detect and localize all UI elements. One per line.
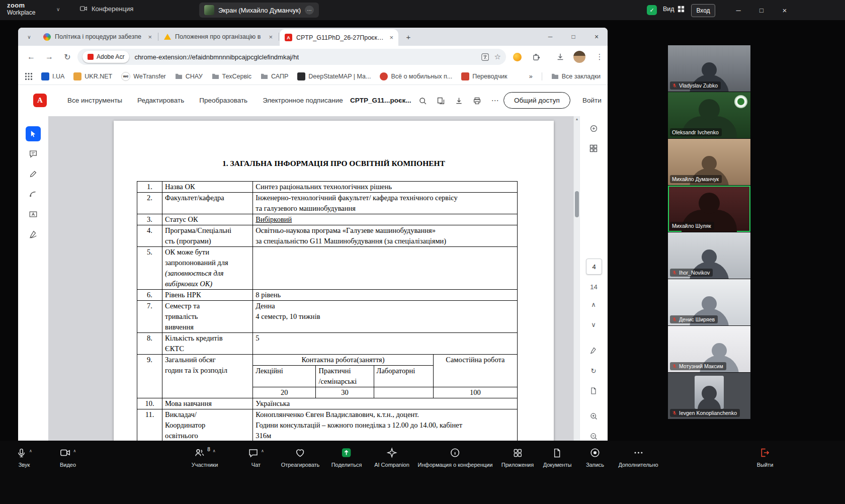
address-url[interactable]: chrome-extension://efaidnbmnnnibpcajpcgl… [134, 53, 475, 61]
bookmark-mobile[interactable]: Всё о мобильных п... [380, 72, 452, 80]
workspace-chevron-icon[interactable]: ∨ [56, 7, 60, 12]
draw-tool-icon[interactable] [26, 187, 41, 202]
signin-button[interactable]: Вход [691, 4, 715, 17]
sync-icon[interactable] [586, 121, 601, 135]
back-icon[interactable]: ← [25, 51, 37, 63]
downloads-icon[interactable] [554, 51, 566, 63]
all-bookmarks-folder[interactable]: Все закладки [551, 73, 601, 80]
browser-menu-icon[interactable]: ⋮ [594, 51, 606, 63]
acrobat-signin-link[interactable]: Войти [582, 97, 602, 104]
comment-tool-icon[interactable] [26, 146, 41, 161]
apps-button[interactable]: Приложения [501, 447, 534, 468]
bookmark-wetransfer[interactable]: weWeTransfer [121, 72, 166, 81]
audio-button[interactable]: ∧ Звук [16, 447, 32, 468]
hand-tool-icon[interactable] [586, 344, 601, 358]
current-page-input[interactable]: 4 [586, 259, 602, 275]
tab-screen-share[interactable]: Экран (Михайло Думанчук) ⋯ [199, 3, 319, 18]
window-maximize-button[interactable]: □ [750, 0, 773, 20]
video-button[interactable]: ∧ Видео [60, 447, 76, 468]
participant-tile[interactable]: Михайло Думанчук [668, 139, 750, 185]
bookmark-star-icon[interactable]: ☆ [494, 52, 501, 61]
acrobat-logo[interactable]: A [33, 94, 47, 107]
forward-icon[interactable]: → [43, 51, 55, 63]
thumbnails-icon[interactable] [586, 141, 601, 155]
meeting-info-button[interactable]: Информация о конференции [418, 447, 493, 468]
browser-tab-2[interactable]: Положення про організацію в × [159, 28, 278, 46]
extensions-puzzle-icon[interactable] [530, 51, 542, 63]
browser-tab-3-active[interactable]: A CPTP_G11PhD_26-27Проєкт-1 × [280, 29, 398, 46]
participants-chevron-icon[interactable]: ∧ [213, 449, 216, 453]
profile-avatar[interactable] [573, 51, 585, 63]
participant-tile[interactable]: Oleksandr Ivchenko [668, 92, 750, 138]
tab-meeting[interactable]: Конференция [79, 5, 133, 13]
organize-pages-icon[interactable] [434, 94, 448, 108]
print-icon[interactable] [470, 94, 484, 108]
search-icon[interactable] [415, 94, 430, 108]
zoom-in-icon[interactable] [586, 409, 601, 423]
bookmark-folder-techservice[interactable]: ТехСервіс [212, 73, 251, 80]
extension-badge[interactable]: Adobe Acr [82, 51, 129, 63]
tab-options-icon[interactable]: ⋯ [305, 6, 314, 15]
more-tools-icon[interactable]: ⋯ [488, 94, 502, 108]
participant-tile[interactable]: Ievgen Konoplianchenko [668, 373, 750, 419]
next-page-icon[interactable]: ∨ [586, 317, 601, 331]
refresh-icon[interactable]: ↻ [586, 364, 601, 378]
react-button[interactable]: Отреагировать [281, 447, 320, 468]
highlight-tool-icon[interactable] [26, 166, 41, 182]
leave-button[interactable]: Выйти [757, 447, 774, 468]
reload-icon[interactable]: ↻ [61, 51, 73, 63]
participant-tile[interactable]: Vladyslav Zubko [668, 45, 750, 92]
menu-esign[interactable]: Электронное подписание [263, 97, 343, 104]
ai-companion-button[interactable]: AI Companion [374, 447, 409, 468]
participant-tile[interactable]: Мотузний Максим [668, 326, 750, 372]
tab2-close-icon[interactable]: × [269, 33, 273, 41]
bookmark-iua[interactable]: I.UA [41, 72, 64, 80]
bookmark-translator[interactable]: Переводчик [461, 72, 507, 80]
bookmark-folder-sapr[interactable]: САПР [261, 73, 288, 80]
tab-search-icon[interactable]: ∨ [24, 32, 34, 42]
menu-convert[interactable]: Преобразовать [199, 97, 247, 104]
export-pdf-icon[interactable] [586, 384, 601, 398]
browser-maximize-button[interactable]: □ [562, 28, 584, 46]
browser-minimize-button[interactable]: ─ [539, 28, 561, 46]
participant-tile[interactable]: Ihor_Novikov [668, 232, 750, 279]
translate-icon[interactable] [481, 53, 489, 61]
encryption-shield-icon[interactable]: ✓ [647, 5, 657, 15]
tab3-close-icon[interactable]: × [389, 34, 393, 41]
menu-edit[interactable]: Редактировать [137, 97, 184, 104]
scrollbar-thumb[interactable] [575, 191, 579, 217]
download-icon[interactable] [452, 94, 466, 108]
signature-tool-icon[interactable] [26, 227, 41, 242]
participants-button[interactable]: 8∧ Участники [192, 447, 218, 468]
extension-shortcut-icon[interactable] [511, 51, 523, 63]
menu-all-tools[interactable]: Все инструменты [67, 97, 122, 104]
bookmark-folder-snau[interactable]: СНАУ [175, 73, 203, 80]
apps-grid-icon[interactable] [25, 73, 32, 80]
text-box-tool-icon[interactable] [26, 207, 41, 222]
share-document-button[interactable]: Общий доступ [503, 92, 570, 109]
bookmark-deepstate[interactable]: DeepStateMAP | Ма... [297, 72, 371, 80]
previous-page-icon[interactable]: ∧ [586, 297, 601, 311]
audio-chevron-icon[interactable]: ∧ [29, 449, 32, 453]
window-close-button[interactable]: × [774, 0, 796, 20]
new-tab-button[interactable]: + [403, 32, 413, 42]
share-screen-button[interactable]: Поделиться [331, 447, 362, 468]
chat-chevron-icon[interactable]: ∧ [261, 449, 264, 453]
participant-tile[interactable]: Денис Ширяев [668, 279, 750, 325]
bookmark-ukrnet[interactable]: UKR.NET [73, 72, 112, 80]
window-minimize-button[interactable]: ─ [727, 0, 749, 20]
address-bar[interactable]: Adobe Acr chrome-extension://efaidnbmnnn… [77, 49, 506, 65]
docs-button[interactable]: Документы [543, 447, 572, 468]
record-button[interactable]: Запись [586, 447, 604, 468]
participant-tile-active-speaker[interactable]: Михайло Шуляк [668, 186, 750, 232]
tab1-close-icon[interactable]: × [148, 33, 152, 41]
browser-close-button[interactable]: × [585, 28, 608, 46]
video-chevron-icon[interactable]: ∧ [73, 449, 76, 453]
zoom-out-icon[interactable] [586, 429, 601, 441]
view-button[interactable]: Вид [663, 6, 685, 13]
select-tool-icon[interactable] [26, 126, 41, 141]
browser-tab-1[interactable]: Політика і процедури забезпе × [38, 28, 157, 46]
bookmarks-overflow-icon[interactable]: » [529, 73, 533, 80]
chat-button[interactable]: ∧ Чат [248, 447, 264, 468]
more-button[interactable]: Дополнительно [618, 447, 658, 468]
